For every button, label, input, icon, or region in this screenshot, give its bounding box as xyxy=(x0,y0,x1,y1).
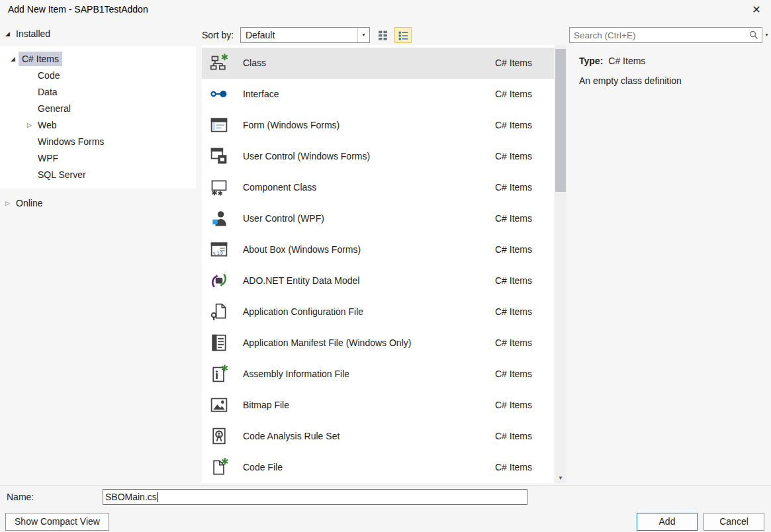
user-control-wpf-icon xyxy=(210,209,228,228)
list-item-interface[interactable]: Interface C# Items xyxy=(202,79,554,110)
application-manifest-file-icon xyxy=(210,333,228,352)
template-description: An empty class definition xyxy=(579,75,682,86)
sort-by-label: Sort by: xyxy=(202,30,234,40)
code-file-icon xyxy=(210,458,228,476)
list-view-button[interactable] xyxy=(394,27,412,43)
item-category: C# Items xyxy=(495,120,532,130)
item-name: Bitmap File xyxy=(243,400,289,410)
item-category: C# Items xyxy=(495,182,532,193)
list-item-component-class[interactable]: Component Class C# Items xyxy=(202,172,554,203)
interface-icon xyxy=(210,85,228,103)
details-pane: Type:C# Items An empty class definition xyxy=(567,45,771,483)
sidebar-group-online[interactable]: ▷ Online xyxy=(0,196,196,210)
search-input[interactable] xyxy=(570,30,748,40)
list-item-form-windows-forms[interactable]: Form (Windows Forms) C# Items xyxy=(202,110,554,141)
title-bar: Add New Item - SAPB1TestAddon ✕ xyxy=(0,0,771,20)
list-item-about-box[interactable]: v. 1.0 About Box (Windows Forms) C# Item… xyxy=(202,234,554,265)
expanded-triangle-icon[interactable]: ◢ xyxy=(11,52,15,66)
name-bar: Name: SBOMain.cs xyxy=(0,485,771,509)
item-name: Application Manifest File (Windows Only) xyxy=(243,337,411,348)
ado-net-entity-data-model-icon xyxy=(210,271,228,290)
grid-view-button[interactable] xyxy=(375,27,392,43)
item-category: C# Items xyxy=(495,275,532,286)
sidebar-item-web[interactable]: ▷ Web xyxy=(0,118,196,132)
sidebar-item-code[interactable]: Code xyxy=(0,68,196,83)
window-title: Add New Item - SAPB1TestAddon xyxy=(8,4,148,15)
list-item-code-analysis-rule-set[interactable]: Code Analysis Rule Set C# Items xyxy=(202,421,554,452)
sidebar-item-csharp-items[interactable]: ◢ C# Items xyxy=(0,52,196,66)
list-item-user-control-wpf[interactable]: User Control (WPF) C# Items xyxy=(202,203,554,234)
list-item-class[interactable]: Class C# Items xyxy=(202,48,554,79)
search-dropdown-icon[interactable]: ▼ xyxy=(762,27,771,43)
name-input-value: SBOMain.cs xyxy=(105,492,157,502)
search-box[interactable] xyxy=(569,27,762,43)
scrollbar-thumb[interactable] xyxy=(555,49,566,192)
text-cursor xyxy=(157,492,158,502)
item-name: Code File xyxy=(243,462,283,472)
type-value: C# Items xyxy=(608,56,645,66)
item-category: C# Items xyxy=(495,58,532,68)
about-box-icon: v. 1.0 xyxy=(210,240,228,259)
assembly-information-file-icon xyxy=(210,365,228,383)
name-input[interactable]: SBOMain.cs xyxy=(103,489,527,505)
add-button[interactable]: Add xyxy=(637,513,698,531)
list-item-ado-net-entity-data-model[interactable]: ADO.NET Entity Data Model C# Items xyxy=(202,265,554,296)
sidebar-item-windows-forms[interactable]: Windows Forms xyxy=(0,134,196,149)
sidebar-item-label: Windows Forms xyxy=(38,134,104,149)
item-name: Assembly Information File xyxy=(243,369,349,379)
sidebar-group-installed[interactable]: ◢ Installed xyxy=(0,26,196,41)
sidebar-item-data[interactable]: Data xyxy=(0,85,196,99)
sidebar-item-wpf[interactable]: WPF xyxy=(0,151,196,165)
class-icon xyxy=(210,54,228,72)
type-line: Type:C# Items xyxy=(579,56,645,66)
item-category: C# Items xyxy=(495,400,532,410)
code-analysis-rule-set-icon xyxy=(210,427,228,445)
sidebar-item-label: WPF xyxy=(38,151,58,165)
buttons-bar: Show Compact View Add Cancel xyxy=(0,509,771,532)
collapsed-triangle-icon[interactable]: ▷ xyxy=(27,118,32,132)
list-item-application-configuration-file[interactable]: Application Configuration File C# Items xyxy=(202,296,554,328)
list-item-bitmap-file[interactable]: Bitmap File C# Items xyxy=(202,390,554,421)
item-name: About Box (Windows Forms) xyxy=(243,244,361,255)
item-category: C# Items xyxy=(495,431,532,441)
bitmap-file-icon xyxy=(210,396,228,414)
sidebar-item-label: Data xyxy=(38,85,58,99)
list-item-assembly-information-file[interactable]: Assembly Information File C# Items xyxy=(202,359,554,390)
item-category: C# Items xyxy=(495,244,532,255)
user-control-winforms-icon xyxy=(210,147,228,165)
chevron-down-icon[interactable]: ▼ xyxy=(357,28,369,42)
sidebar-item-label: Web xyxy=(38,118,57,132)
sidebar-item-general[interactable]: General xyxy=(0,101,196,116)
sidebar-item-label: C# Items xyxy=(19,52,62,66)
list-view-icon xyxy=(398,32,409,43)
item-category: C# Items xyxy=(495,151,532,161)
item-category: C# Items xyxy=(495,89,532,99)
list-scrollbar[interactable]: ▼ xyxy=(555,45,567,483)
item-category: C# Items xyxy=(495,337,532,348)
show-compact-view-button[interactable]: Show Compact View xyxy=(5,513,109,531)
list-item-application-manifest-file[interactable]: Application Manifest File (Windows Only)… xyxy=(202,328,554,359)
collapsed-triangle-icon[interactable]: ▷ xyxy=(5,196,10,210)
sidebar-item-label: General xyxy=(38,101,71,116)
sort-by-dropdown[interactable]: Default ▼ xyxy=(240,27,370,43)
scroll-down-icon[interactable]: ▼ xyxy=(555,475,567,481)
item-name: Form (Windows Forms) xyxy=(243,120,340,130)
item-name: Component Class xyxy=(243,182,316,193)
item-name: Application Configuration File xyxy=(243,306,363,317)
application-configuration-file-icon xyxy=(210,302,228,321)
category-sidebar: ◢ Installed ◢ C# Items Code Data General… xyxy=(0,20,196,485)
template-list: Class C# Items Interface C# Items Form (… xyxy=(202,45,554,483)
search-icon[interactable] xyxy=(748,30,762,40)
list-item-user-control-winforms[interactable]: User Control (Windows Forms) C# Items xyxy=(202,141,554,172)
list-item-code-file[interactable]: Code File C# Items xyxy=(202,452,554,483)
windows-form-icon xyxy=(210,116,228,134)
online-label: Online xyxy=(16,196,42,210)
expanded-triangle-icon[interactable]: ◢ xyxy=(5,26,10,41)
sidebar-item-label: SQL Server xyxy=(38,167,86,182)
cancel-button[interactable]: Cancel xyxy=(703,513,764,531)
close-icon[interactable]: ✕ xyxy=(748,2,764,18)
sidebar-item-sql-server[interactable]: SQL Server xyxy=(0,167,196,182)
item-category: C# Items xyxy=(495,369,532,379)
grid-view-icon xyxy=(378,32,389,43)
svg-text:v. 1.0: v. 1.0 xyxy=(213,251,223,255)
